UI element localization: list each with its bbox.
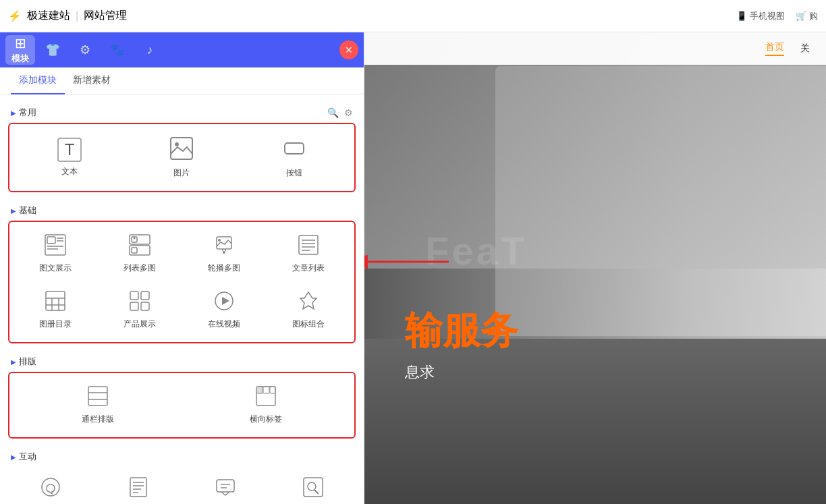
- svg-marker-35: [300, 292, 316, 309]
- tab-music[interactable]: ♪: [135, 35, 165, 65]
- mobile-view-btn[interactable]: 📱 手机视图: [736, 10, 785, 22]
- hero-section: 输服务 息求: [405, 306, 518, 383]
- svg-rect-2: [285, 143, 304, 154]
- search-icon[interactable]: 🔍: [327, 107, 339, 118]
- button-icon: [282, 136, 306, 163]
- common-modules-grid: T 文本 图片 按钮: [8, 123, 356, 192]
- album-icon: [45, 290, 66, 314]
- module-chat[interactable]: 在线客服: [8, 470, 93, 504]
- svg-rect-31: [130, 302, 138, 310]
- button-label: 按钮: [286, 167, 302, 179]
- fullrow-icon: [87, 385, 109, 410]
- image-icon: [169, 136, 194, 163]
- music-icon: ♪: [147, 43, 153, 57]
- arrow-icon-basic: ▶: [11, 207, 16, 215]
- tab-new-material[interactable]: 新增素材: [65, 67, 119, 94]
- topbar: ⚡ 极速建站 | 网站管理 📱 手机视图 🛒 购: [0, 0, 826, 32]
- articlelist-label: 文章列表: [292, 262, 325, 274]
- section-actions-common: 🔍 ⚙: [327, 107, 353, 118]
- svg-rect-24: [46, 291, 65, 310]
- svg-rect-9: [130, 235, 150, 244]
- text-label: 文本: [61, 166, 78, 177]
- section-title-layout: ▶ 排版: [11, 356, 36, 368]
- settings-icon[interactable]: ⚙: [344, 107, 353, 118]
- lightning-icon: ⚡: [8, 9, 22, 22]
- svg-line-54: [314, 490, 319, 494]
- htab-label: 横向标签: [250, 414, 282, 425]
- module-album[interactable]: 图册目录: [15, 283, 97, 337]
- section-header-basic: ▶ 基础: [8, 198, 356, 221]
- tab-paw[interactable]: 🐾: [103, 35, 132, 65]
- form-icon: [128, 476, 149, 501]
- arrow-icon-common: ▶: [11, 109, 16, 117]
- svg-rect-52: [304, 478, 323, 497]
- panel-close-btn[interactable]: ✕: [339, 40, 358, 59]
- module-fullrow[interactable]: 通栏排版: [15, 379, 181, 432]
- tab-add-module[interactable]: 添加模块: [11, 67, 65, 94]
- section-header-interactive: ▶ 互动: [8, 444, 356, 467]
- topbar-logo1: 极速建站: [27, 9, 70, 23]
- album-label: 图册目录: [39, 318, 72, 330]
- nav-item-home[interactable]: 首页: [765, 41, 784, 56]
- main-area: ⊞ 模块 👕 ⚙ 🐾 ♪ ✕ 添加模块 新增素材: [0, 32, 826, 504]
- module-panel: ⊞ 模块 👕 ⚙ 🐾 ♪ ✕ 添加模块 新增素材: [0, 32, 364, 504]
- basic-modules-grid: 图文展示 列表多图 轮播多图: [8, 221, 356, 343]
- svg-rect-49: [217, 480, 234, 492]
- nav-item-other[interactable]: 关: [800, 43, 810, 55]
- panel-header-tabs: ⊞ 模块 👕 ⚙ 🐾 ♪ ✕: [0, 32, 364, 67]
- module-htab[interactable]: 横向标签: [184, 379, 350, 432]
- imgtext-icon: [45, 234, 66, 258]
- svg-rect-0: [171, 138, 192, 159]
- svg-rect-32: [141, 302, 149, 310]
- articlelist-icon: [298, 234, 319, 258]
- publish-icon: 🛒: [796, 11, 806, 21]
- layout-modules-grid: 通栏排版 横向标签: [8, 372, 356, 439]
- mobile-icon: 📱: [736, 11, 747, 21]
- svg-rect-4: [47, 237, 55, 244]
- svg-marker-34: [222, 297, 229, 305]
- module-search[interactable]: 全站搜索: [271, 470, 356, 504]
- svg-point-15: [218, 239, 221, 242]
- module-product[interactable]: 产品展示: [99, 283, 181, 337]
- panel-content: ▶ 常用 🔍 ⚙ T 文本 图片: [0, 94, 364, 504]
- listimg-icon: [129, 234, 150, 258]
- svg-rect-19: [299, 235, 318, 254]
- module-imgtext[interactable]: 图文展示: [15, 227, 97, 281]
- svg-point-1: [175, 142, 179, 146]
- module-video[interactable]: 在线视频: [184, 283, 265, 337]
- module-text[interactable]: T 文本: [15, 130, 124, 186]
- topbar-left: ⚡ 极速建站 | 网站管理: [8, 9, 127, 23]
- module-grid-icon: ⊞: [15, 35, 26, 51]
- svg-point-11: [134, 237, 136, 240]
- svg-rect-44: [130, 478, 146, 497]
- topbar-logo2: 网站管理: [84, 9, 127, 23]
- tab-shirt[interactable]: 👕: [38, 35, 67, 65]
- arrow-icon-layout: ▶: [11, 358, 16, 366]
- svg-rect-14: [217, 237, 231, 249]
- icongroup-label: 图标组合: [292, 318, 325, 330]
- site-nav: 首页 关: [364, 32, 826, 65]
- interactive-modules-grid: 在线客服 在线表单 留言提交: [8, 467, 356, 504]
- module-button[interactable]: 按钮: [240, 130, 349, 186]
- shirt-icon: 👕: [45, 43, 60, 57]
- comment-icon: [215, 476, 236, 501]
- carousel-icon: [213, 234, 235, 258]
- svg-rect-40: [256, 387, 263, 393]
- fullrow-label: 通栏排版: [82, 414, 114, 425]
- section-title-basic: ▶ 基础: [11, 204, 36, 217]
- module-carousel[interactable]: 轮播多图: [184, 227, 265, 281]
- svg-rect-30: [141, 291, 149, 300]
- tab-gear[interactable]: ⚙: [70, 35, 100, 65]
- text-icon: T: [57, 138, 82, 162]
- publish-btn[interactable]: 🛒 购: [796, 10, 818, 22]
- gear-icon: ⚙: [80, 43, 90, 57]
- module-articlelist[interactable]: 文章列表: [267, 227, 349, 281]
- module-comment[interactable]: 留言提交: [184, 470, 269, 504]
- module-image[interactable]: 图片: [127, 130, 236, 186]
- module-icongroup[interactable]: 图标组合: [267, 283, 349, 337]
- module-listimg[interactable]: 列表多图: [99, 227, 181, 281]
- module-form[interactable]: 在线表单: [96, 470, 181, 504]
- svg-point-18: [223, 251, 225, 254]
- tab-module[interactable]: ⊞ 模块: [5, 35, 35, 65]
- paw-icon: 🐾: [110, 43, 125, 57]
